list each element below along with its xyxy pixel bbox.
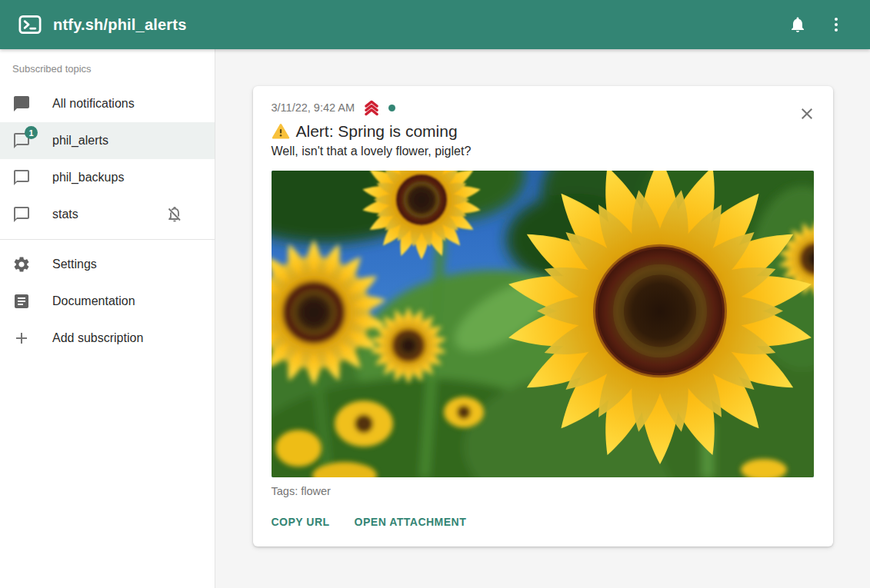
ntfy-terminal-logo-icon [18,13,42,36]
sidebar-item-label: Settings [52,257,97,271]
page-title: ntfy.sh/phil_alerts [53,16,186,34]
notification-timestamp: 3/11/22, 9:42 AM [272,101,355,114]
sidebar-item-label: Add subscription [52,331,143,345]
sidebar-item-label: phil_alerts [52,134,108,148]
sidebar-item-settings[interactable]: Settings [0,246,215,283]
kebab-menu-icon [827,15,845,34]
copy-url-button[interactable]: COPY URL [265,510,336,534]
sidebar-item-add-subscription[interactable]: Add subscription [0,320,215,357]
notifications-off-icon [165,205,184,224]
close-icon [798,105,816,123]
chat-bubble-outline-icon: 1 [12,131,31,150]
notification-tags: Tags: flower [272,485,815,497]
unread-count-badge: 1 [25,126,38,139]
sidebar-item-stats[interactable]: stats [0,196,215,233]
sidebar-item-phil-alerts[interactable]: 1 phil_alerts [0,122,215,159]
overflow-menu-button[interactable] [821,9,852,40]
priority-max-icon [362,100,381,116]
notification-meta: 3/11/22, 9:42 AM [272,98,815,117]
sidebar-item-label: stats [52,208,78,221]
attachment-image-sunflowers[interactable] [272,171,814,477]
notification-actions: COPY URL OPEN ATTACHMENT [265,510,815,534]
main-content: 3/11/22, 9:42 AM [215,49,870,588]
notifications-bell-button[interactable] [782,9,813,40]
chat-bubble-filled-icon [12,95,31,113]
sidebar-item-phil-backups[interactable]: phil_backups [0,159,215,196]
gear-icon [12,255,31,274]
sidebar-item-label: phil_backups [52,171,124,184]
plus-icon [12,329,31,347]
article-icon [12,292,31,311]
sidebar-item-label: Documentation [52,294,135,308]
warning-triangle-icon [272,122,290,141]
notification-body: Well, isn't that a lovely flower, piglet… [272,145,815,158]
bell-icon [788,15,807,34]
sidebar-item-all-notifications[interactable]: All notifications [0,85,215,122]
unread-dot [388,105,395,111]
sidebar: Subscribed topics All notifications 1 ph… [0,49,215,588]
notification-title: Alert: Spring is coming [296,122,458,141]
sidebar-divider [0,239,215,240]
notification-card: 3/11/22, 9:42 AM [253,86,833,546]
notification-title-row: Alert: Spring is coming [272,122,815,141]
close-notification-button[interactable] [796,103,818,125]
sidebar-item-documentation[interactable]: Documentation [0,283,215,320]
subscribed-topics-label: Subscribed topics [0,60,215,85]
app-header: ntfy.sh/phil_alerts [0,0,870,49]
chat-bubble-outline-icon [12,205,31,224]
chat-bubble-outline-icon [12,168,31,187]
sidebar-item-label: All notifications [52,97,135,111]
open-attachment-button[interactable]: OPEN ATTACHMENT [348,510,473,534]
